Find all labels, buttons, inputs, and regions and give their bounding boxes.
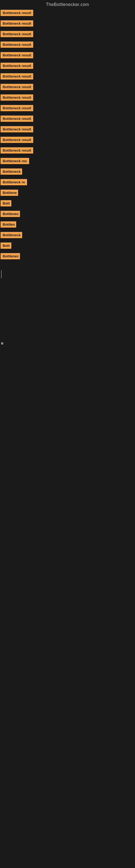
list-item: Bottleneck result xyxy=(0,51,135,61)
list-item: Bottlenec xyxy=(0,251,135,262)
list-item: Bottlene xyxy=(0,188,135,198)
bottleneck-result-badge[interactable]: Bottleneck result xyxy=(1,105,33,111)
list-item: Bottleneck result xyxy=(0,8,135,19)
bottleneck-result-badge[interactable]: Bottlenec xyxy=(1,211,20,217)
list-item: Bottleneck xyxy=(0,167,135,177)
list-item: Bottleneck res xyxy=(0,156,135,167)
list-item: Bottleneck result xyxy=(0,93,135,103)
bottleneck-result-badge[interactable]: Bottlen xyxy=(1,221,16,227)
list-item: Bottlen xyxy=(0,220,135,230)
list-item: Bott xyxy=(0,198,135,209)
list-item: Bottleneck result xyxy=(0,146,135,156)
cursor-indicator xyxy=(1,270,2,278)
list-item: Bottleneck re xyxy=(0,177,135,188)
bottleneck-result-badge[interactable]: Bottleneck xyxy=(1,232,22,238)
bottleneck-result-badge[interactable]: Bott xyxy=(1,243,11,249)
list-item: Bottleneck result xyxy=(0,124,135,135)
bottleneck-result-badge[interactable]: Bottlene xyxy=(1,190,18,196)
list-item: Bottleneck result xyxy=(0,19,135,29)
list-item: Bottleneck result xyxy=(0,72,135,82)
bottleneck-result-badge[interactable]: Bottleneck res xyxy=(1,158,29,164)
list-item: Bottleneck xyxy=(0,230,135,241)
bottleneck-result-badge[interactable]: Bottleneck result xyxy=(1,63,33,69)
list-item: Bottleneck result xyxy=(0,114,135,124)
bottleneck-result-badge[interactable]: Bottleneck result xyxy=(1,10,33,16)
list-item: Bottleneck result xyxy=(0,40,135,51)
bottleneck-result-badge[interactable]: Bottlenec xyxy=(1,253,20,259)
bottleneck-result-badge[interactable]: Bottleneck result xyxy=(1,126,33,132)
bottleneck-result-badge[interactable]: Bottleneck result xyxy=(1,73,33,80)
list-item: Bottleneck result xyxy=(0,103,135,114)
bottleneck-result-badge[interactable]: Bottleneck result xyxy=(1,52,33,58)
list-item: Bottleneck result xyxy=(0,61,135,72)
bottleneck-result-badge[interactable]: Bottleneck result xyxy=(1,84,33,90)
site-title: TheBottlenecker.com xyxy=(0,0,135,8)
bottleneck-result-badge[interactable]: Bottleneck result xyxy=(1,41,33,48)
bottleneck-result-badge[interactable]: Bottleneck result xyxy=(1,147,33,154)
bottleneck-result-badge[interactable]: Bottleneck result xyxy=(1,137,33,143)
small-indicator xyxy=(1,342,3,344)
bottleneck-result-badge[interactable]: Bottleneck result xyxy=(1,20,33,27)
list-item: Bottleneck result xyxy=(0,29,135,40)
list-item: Bottleneck result xyxy=(0,135,135,146)
bottleneck-result-badge[interactable]: Bott xyxy=(1,200,11,207)
bottleneck-result-badge[interactable]: Bottleneck result xyxy=(1,94,33,101)
list-item: Bottleneck result xyxy=(0,82,135,93)
bottleneck-result-badge[interactable]: Bottleneck re xyxy=(1,179,27,185)
bottleneck-result-badge[interactable]: Bottleneck result xyxy=(1,116,33,122)
bottleneck-result-badge[interactable]: Bottleneck xyxy=(1,168,22,175)
list-item: Bott xyxy=(0,241,135,251)
list-item: Bottlenec xyxy=(0,209,135,220)
bottleneck-result-badge[interactable]: Bottleneck result xyxy=(1,31,33,37)
